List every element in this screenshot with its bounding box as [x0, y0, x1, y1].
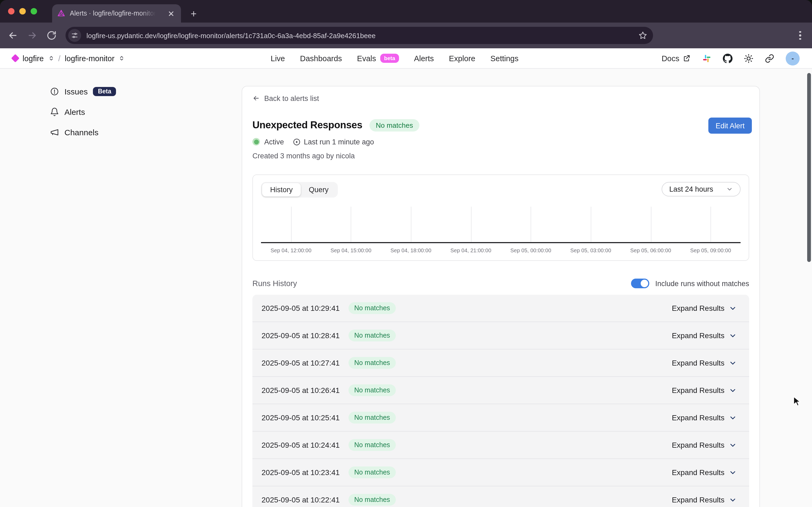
edit-alert-button[interactable]: Edit Alert	[708, 118, 752, 134]
slack-icon[interactable]	[702, 53, 712, 63]
expand-results-button[interactable]: Expand Results	[668, 413, 740, 422]
run-row: 2025-09-05 at 10:27:41 No matches Expand…	[253, 349, 749, 377]
expand-results-button[interactable]: Expand Results	[668, 331, 740, 340]
tab-history[interactable]: History	[262, 183, 301, 196]
sidebar-item-channels[interactable]: Channels	[50, 126, 116, 138]
run-row: 2025-09-05 at 10:25:41 No matches Expand…	[253, 404, 749, 432]
expand-results-button[interactable]: Expand Results	[668, 467, 740, 477]
evals-beta-badge: beta	[380, 54, 399, 63]
run-timestamp: 2025-09-05 at 10:25:41	[262, 413, 340, 422]
chart-gridline	[411, 207, 412, 242]
nav-explore[interactable]: Explore	[449, 54, 475, 62]
project-selector[interactable]: logfire-monitor	[65, 54, 114, 62]
tab-query[interactable]: Query	[301, 183, 337, 196]
chart-x-axis	[261, 242, 741, 243]
close-window-button[interactable]	[8, 8, 14, 14]
issues-beta-badge: Beta	[93, 87, 116, 96]
chevron-down-icon	[729, 496, 737, 504]
chart-column: Sep 04, 12:00:00	[261, 207, 321, 257]
run-timestamp: 2025-09-05 at 10:23:41	[262, 468, 340, 477]
nav-settings[interactable]: Settings	[490, 54, 519, 62]
theme-sun-icon[interactable]	[744, 53, 753, 63]
chart-gridline	[471, 207, 471, 242]
nav-dashboards[interactable]: Dashboards	[300, 54, 342, 62]
arrow-left-icon	[253, 95, 260, 102]
expand-results-button[interactable]: Expand Results	[668, 358, 740, 368]
chart-tick-label: Sep 04, 12:00:00	[270, 247, 311, 253]
chevron-updown-icon[interactable]	[48, 55, 54, 61]
browser-tab[interactable]: Alerts · logfire/logfire-monitor ✕	[52, 4, 181, 22]
run-match-badge: No matches	[348, 384, 396, 396]
sidebar-item-issues[interactable]: Issues Beta	[50, 85, 116, 98]
chevron-down-icon	[729, 359, 737, 367]
chart-column: Sep 05, 09:00:00	[681, 207, 741, 257]
app-header: logfire / logfire-monitor Live Dashboard…	[0, 48, 812, 69]
back-icon[interactable]	[7, 30, 18, 41]
run-row: 2025-09-05 at 10:26:41 No matches Expand…	[253, 377, 749, 404]
chart-gridline	[591, 207, 591, 242]
include-runs-toggle[interactable]	[631, 279, 649, 288]
chevron-down-icon	[729, 304, 737, 312]
org-selector[interactable]: logfire	[22, 54, 44, 62]
browser-menu-icon[interactable]	[798, 30, 803, 41]
site-settings-icon[interactable]	[68, 29, 81, 42]
sidebar-item-alerts[interactable]: Alerts	[50, 105, 116, 118]
run-row: 2025-09-05 at 10:28:41 No matches Expand…	[253, 322, 749, 349]
chevron-updown-icon[interactable]	[119, 55, 124, 61]
megaphone-icon	[50, 127, 59, 136]
chart-column: Sep 04, 21:00:00	[441, 207, 501, 257]
user-avatar[interactable]: -	[786, 51, 800, 65]
expand-results-button[interactable]: Expand Results	[668, 303, 740, 313]
logfire-favicon	[57, 9, 65, 18]
chart-gridline	[531, 207, 531, 242]
panel-tabs: History Query	[261, 182, 338, 198]
chart-column: Sep 05, 03:00:00	[561, 207, 620, 257]
github-icon[interactable]	[723, 53, 733, 63]
close-tab-icon[interactable]: ✕	[166, 8, 176, 18]
chart-tick-label: Sep 05, 06:00:00	[630, 247, 671, 253]
run-match-badge: No matches	[348, 466, 396, 478]
history-panel: History Query Last 24 hours Sep 04, 12:0…	[253, 174, 749, 261]
nav-alerts[interactable]: Alerts	[414, 54, 434, 62]
reload-icon[interactable]	[46, 30, 57, 41]
active-status-label: Active	[264, 138, 284, 146]
nav-evals[interactable]: Evals beta	[357, 54, 399, 63]
created-by-text: Created 3 months ago by nicola	[253, 152, 749, 160]
chart-column: Sep 05, 00:00:00	[501, 207, 561, 257]
time-range-select[interactable]: Last 24 hours	[662, 182, 741, 196]
tab-strip: Alerts · logfire/logfire-monitor ✕ +	[0, 0, 812, 22]
expand-results-button[interactable]: Expand Results	[668, 385, 740, 395]
new-tab-button[interactable]: +	[187, 7, 200, 20]
bell-icon	[50, 107, 59, 116]
alert-title: Unexpected Responses	[253, 119, 362, 131]
run-timestamp: 2025-09-05 at 10:27:41	[262, 358, 340, 367]
forward-icon[interactable]	[27, 30, 38, 41]
main-nav: Live Dashboards Evals beta Alerts Explor…	[271, 48, 519, 68]
zoom-window-button[interactable]	[31, 8, 37, 14]
page-scrollbar-thumb[interactable]	[807, 73, 811, 262]
chart-tick-label: Sep 05, 03:00:00	[570, 247, 611, 253]
run-row: 2025-09-05 at 10:23:41 No matches Expand…	[253, 459, 749, 486]
chart-tick-label: Sep 04, 18:00:00	[390, 247, 431, 253]
docs-link[interactable]: Docs	[662, 54, 691, 62]
breadcrumb: logfire / logfire-monitor	[12, 54, 124, 62]
expand-results-button[interactable]: Expand Results	[668, 440, 740, 450]
chart-gridline	[651, 207, 651, 242]
issues-badge-icon	[50, 87, 59, 96]
address-bar[interactable]: logfire-us.pydantic.dev/logfire/logfire-…	[65, 27, 653, 44]
expand-results-button[interactable]: Expand Results	[668, 495, 740, 505]
run-row: 2025-09-05 at 10:29:41 No matches Expand…	[253, 295, 749, 322]
play-circle-icon	[293, 138, 301, 146]
header-actions: Docs -	[662, 51, 800, 65]
run-timestamp: 2025-09-05 at 10:22:41	[262, 496, 340, 504]
browser-toolbar: logfire-us.pydantic.dev/logfire/logfire-…	[0, 22, 812, 48]
page-body: Issues Beta Alerts Channels Back to aler…	[0, 69, 812, 507]
share-link-icon[interactable]	[765, 53, 774, 63]
back-to-alerts-link[interactable]: Back to alerts list	[253, 95, 749, 102]
nav-live[interactable]: Live	[271, 54, 285, 62]
minimize-window-button[interactable]	[19, 8, 26, 14]
run-row: 2025-09-05 at 10:24:41 No matches Expand…	[253, 432, 749, 459]
bookmark-star-icon[interactable]	[638, 31, 648, 40]
last-run: Last run 1 minute ago	[293, 138, 374, 146]
chart-tick-label: Sep 05, 09:00:00	[690, 247, 731, 253]
